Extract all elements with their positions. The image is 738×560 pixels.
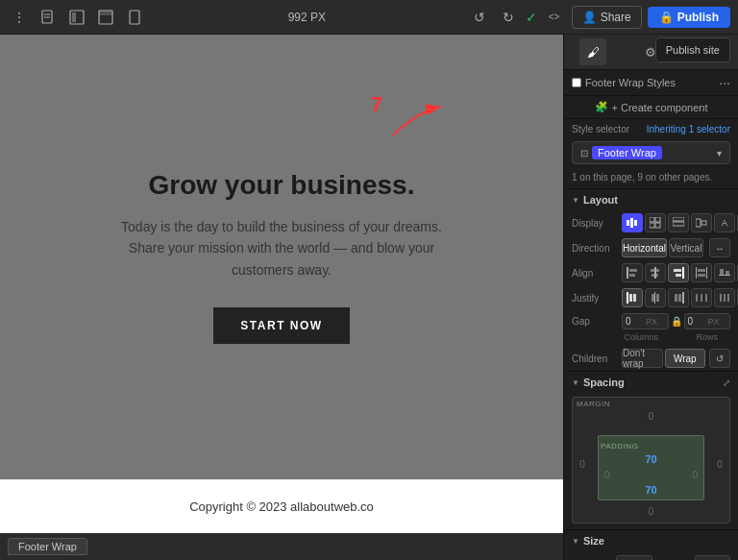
spacing-expand-icon[interactable]: ⤢	[723, 377, 730, 388]
align-start-btn[interactable]	[622, 263, 643, 282]
gap-rows-input[interactable]	[685, 314, 708, 329]
spacing-label: Spacing	[583, 377, 625, 388]
justify-start-btn[interactable]	[622, 288, 643, 307]
svg-rect-14	[650, 223, 654, 228]
children-reverse-btn[interactable]: ↺	[709, 349, 730, 368]
gap-columns-input[interactable]	[623, 314, 646, 329]
gap-columns-wrap: PX	[622, 313, 669, 329]
top-toolbar: ⋮ 992 PX ↺ ↻ ✓ <> 👤 Share 🔒 Publish	[0, 0, 738, 35]
width-input[interactable]	[617, 556, 646, 560]
justify-center-btn[interactable]	[645, 288, 666, 307]
children-wrap-btn[interactable]: Wrap	[665, 349, 706, 368]
justify-space-between-btn[interactable]	[691, 288, 712, 307]
toolbar-right: ↺ ↻ ✓ <> 👤 Share 🔒 Publish Publish site	[468, 6, 730, 29]
padding-right-value: 0	[692, 470, 698, 480]
svg-rect-50	[705, 294, 707, 302]
align-end-btn[interactable]	[668, 263, 689, 282]
gap-rows-wrap: PX	[684, 313, 731, 329]
direction-horizontal-btn[interactable]: Horizontal	[622, 238, 667, 257]
svg-rect-46	[675, 294, 677, 302]
spacing-chevron: ▼	[572, 378, 579, 387]
margin-bottom-value: 0	[649, 506, 654, 517]
svg-rect-51	[720, 294, 722, 302]
align-options	[622, 263, 738, 282]
display-text-btn[interactable]: A	[714, 213, 735, 232]
children-nowrap-btn[interactable]: Don't wrap	[622, 349, 663, 368]
publish-icon: 🔒	[659, 11, 674, 24]
svg-rect-15	[655, 223, 660, 228]
svg-rect-48	[696, 294, 698, 302]
svg-rect-34	[720, 269, 724, 275]
margin-label: MARGIN	[577, 400, 610, 408]
share-button[interactable]: 👤 Share	[572, 6, 642, 29]
layout-section-header[interactable]: ▼ Layout	[564, 188, 738, 210]
svg-rect-28	[676, 274, 681, 277]
layout-icon-2[interactable]	[94, 6, 117, 29]
canvas-content: Grow your business. Today is the day to …	[0, 35, 563, 533]
svg-rect-33	[719, 275, 730, 276]
svg-rect-44	[654, 292, 655, 304]
svg-rect-4	[72, 12, 76, 22]
spacing-section-header[interactable]: ▼ Spacing ⤢	[564, 371, 738, 393]
start-now-button[interactable]: START NOW	[213, 307, 349, 344]
display-inline-btn[interactable]	[691, 213, 712, 232]
justify-space-around-btn[interactable]	[714, 288, 735, 307]
direction-vertical-btn[interactable]: Vertical	[669, 238, 703, 257]
display-grid-btn[interactable]	[645, 213, 666, 232]
styles-tab[interactable]: 🖌	[579, 38, 606, 65]
footer-copyright: Copyright © 2023 allaboutweb.co	[189, 499, 374, 514]
footer-section: Copyright © 2023 allaboutweb.co	[0, 479, 563, 533]
svg-rect-41	[633, 294, 636, 302]
page-icon[interactable]	[37, 6, 60, 29]
gap-link-icon[interactable]: 🔒	[671, 316, 682, 327]
spacing-section-left: ▼ Spacing	[572, 377, 625, 388]
style-selector-label: Style selector	[572, 124, 629, 134]
align-center-btn[interactable]	[645, 263, 666, 282]
display-flex-btn[interactable]	[622, 213, 643, 232]
svg-rect-39	[627, 292, 628, 304]
component-more-icon[interactable]: ···	[719, 75, 730, 90]
margin-right-value: 0	[717, 459, 723, 470]
display-options: A ✕	[622, 213, 738, 232]
hero-section: Grow your business. Today is the day to …	[0, 35, 563, 479]
display-block-btn[interactable]	[668, 213, 689, 232]
align-stretch-btn[interactable]	[691, 263, 712, 282]
component-checkbox[interactable]	[572, 78, 581, 87]
svg-rect-7	[130, 11, 139, 24]
device-icon[interactable]	[123, 6, 146, 29]
svg-rect-16	[673, 217, 684, 221]
display-row: Display A ✕	[564, 210, 738, 235]
redo-button[interactable]: ↻	[497, 6, 520, 29]
publish-button[interactable]: 🔒 Publish	[648, 7, 730, 28]
undo-button[interactable]: ↺	[468, 6, 491, 29]
svg-rect-32	[698, 274, 705, 277]
size-chevron: ▼	[572, 537, 579, 546]
footer-wrap-tag[interactable]: Footer Wrap	[8, 538, 87, 555]
padding-top-row: 70	[601, 451, 701, 467]
layout-chevron: ▼	[572, 196, 579, 205]
svg-rect-17	[673, 222, 684, 226]
padding-center-space	[642, 467, 661, 482]
svg-rect-49	[701, 294, 702, 302]
layout-label: Layout	[583, 194, 618, 206]
canvas: 7 Grow your business. Today is the day t…	[0, 35, 563, 560]
padding-label: PADDING	[601, 442, 638, 450]
align-baseline-btn[interactable]	[714, 263, 735, 282]
size-section-header[interactable]: ▼ Size	[564, 529, 738, 551]
gap-sublabels: Columns Rows	[610, 332, 738, 346]
size-label: Size	[583, 535, 604, 547]
justify-end-btn[interactable]	[668, 288, 689, 307]
selector-dropdown-left: ⊡ Footer Wrap	[580, 146, 662, 159]
layout-section-left: ▼ Layout	[572, 194, 618, 206]
code-toggle[interactable]: <>	[543, 6, 566, 29]
height-input[interactable]	[696, 556, 725, 560]
layout-icon-1[interactable]	[65, 6, 88, 29]
inheriting-link[interactable]: Inheriting 1 selector	[647, 124, 730, 134]
selector-dropdown[interactable]: ⊡ Footer Wrap ▾	[572, 141, 730, 164]
main-area: 7 Grow your business. Today is the day t…	[0, 35, 738, 560]
svg-rect-23	[654, 267, 656, 279]
children-options: Don't wrap Wrap	[622, 349, 705, 368]
direction-reverse-btn[interactable]: ↔	[709, 238, 730, 257]
create-component-button[interactable]: 🧩 + Create component	[564, 96, 738, 119]
menu-icon[interactable]: ⋮	[8, 6, 31, 29]
